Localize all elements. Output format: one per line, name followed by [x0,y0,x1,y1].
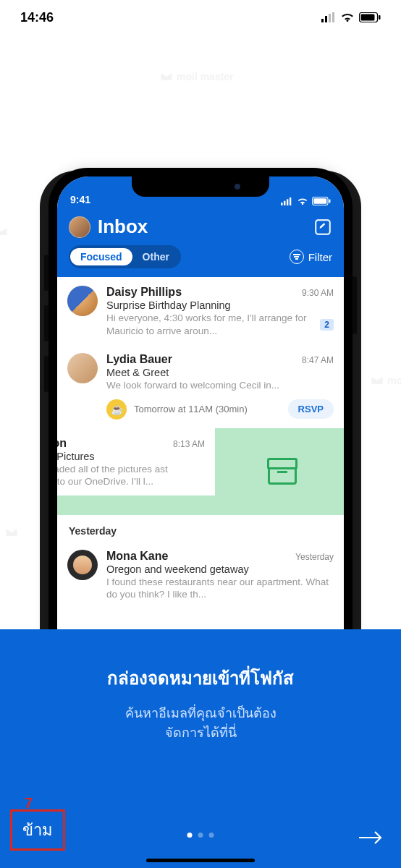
message-subject: Bonding Pictures [57,451,205,462]
archive-action[interactable] [221,428,344,515]
message-item-swiped[interactable]: te Burton8:13 AM Bonding Pictures cil, I… [57,428,344,515]
sender-avatar [67,550,98,580]
message-preview: We look forward to welcoming Cecil in... [106,379,334,392]
message-item[interactable]: Lydia Bauer8:47 AM Meet & Greet We look … [57,344,344,395]
svg-rect-2 [329,14,331,22]
profile-avatar[interactable] [69,216,90,238]
phone-notch [132,176,269,197]
filter-icon [290,250,304,264]
battery-icon [359,12,381,22]
message-preview: cil, I uploaded all of the pictures ast … [57,463,205,488]
section-header-yesterday: Yesterday [57,515,344,541]
wifi-icon [297,197,308,205]
message-time: Yesterday [295,552,334,562]
filter-button[interactable]: Filter [290,250,332,264]
page-indicator [187,833,214,838]
page-title: Inbox [98,216,306,238]
message-time: 8:13 AM [173,439,205,449]
svg-rect-5 [361,14,375,21]
inbox-tab-group: Focused Other [69,245,181,268]
sender-name: Lydia Bauer [106,353,172,366]
compose-icon[interactable] [313,218,332,237]
page-dot [198,833,203,838]
device-status-bar: 14:46 [0,0,401,35]
filter-label: Filter [308,251,332,263]
svg-rect-14 [316,220,330,234]
watermark: moil [370,373,401,388]
sender-name: te Burton [57,437,67,450]
message-preview: I found these restaurants near our apart… [106,576,334,601]
message-subject: Surprise Birthday Planning [106,299,334,311]
onboarding-heading: กล่องจดหมายเข้าที่โฟกัส [22,664,379,692]
sender-avatar [67,286,98,316]
page-dot [209,833,214,838]
inbox-header: Inbox Focused Other Filter [57,208,344,277]
watermark: moil master [159,69,234,84]
onboarding-panel: กล่องจดหมายเข้าที่โฟกัส ค้นหาอีเมลที่คุณ… [0,629,401,868]
svg-rect-3 [332,12,334,22]
watermark [0,224,9,239]
page-dot [187,833,193,838]
svg-rect-9 [287,199,288,205]
message-time: 8:47 AM [302,355,334,365]
svg-rect-6 [379,15,381,20]
sender-name: Mona Kane [106,550,168,563]
svg-rect-10 [290,197,291,205]
app-status-time: 9:41 [70,194,90,205]
svg-rect-1 [325,16,327,22]
message-item[interactable]: Mona KaneYesterday Oregon and weekend ge… [57,541,344,608]
archive-icon [268,459,297,485]
svg-rect-13 [329,199,330,203]
svg-rect-12 [313,198,326,204]
sender-avatar [67,353,98,383]
message-subject: Oregon and weekend getaway [106,563,334,575]
next-arrow-icon[interactable] [358,829,384,846]
message-subject: Meet & Greet [106,367,334,378]
tab-focused[interactable]: Focused [70,248,132,265]
tab-other[interactable]: Other [132,248,180,265]
watermark [4,525,19,540]
svg-rect-0 [321,19,324,22]
event-time-text: Tomorrow at 11AM (30min) [134,404,281,414]
cellular-icon [280,197,293,205]
event-chip[interactable]: ☕ Tomorrow at 11AM (30min) RSVP [106,399,334,420]
home-indicator [146,859,255,862]
battery-icon [312,197,331,205]
coffee-icon: ☕ [106,399,127,420]
message-list[interactable]: Daisy Phillips9:30 AM Surprise Birthday … [57,277,344,608]
wifi-icon [340,12,355,22]
skip-button[interactable]: ข้าม [10,809,65,851]
cellular-icon [321,12,336,22]
svg-rect-8 [284,200,285,205]
message-time: 9:30 AM [302,288,334,298]
onboarding-subtitle: ค้นหาอีเมลที่คุณจำเป็นต้อง จัดการได้ที่น… [22,704,379,743]
unread-badge: 2 [320,319,334,331]
device-time: 14:46 [20,10,54,25]
message-item[interactable]: Daisy Phillips9:30 AM Surprise Birthday … [57,277,344,344]
svg-rect-7 [281,203,282,205]
rsvp-button[interactable]: RSVP [288,399,334,419]
message-preview: Hi everyone, 4:30 works for me, I'll arr… [106,312,334,337]
sender-name: Daisy Phillips [106,286,182,299]
